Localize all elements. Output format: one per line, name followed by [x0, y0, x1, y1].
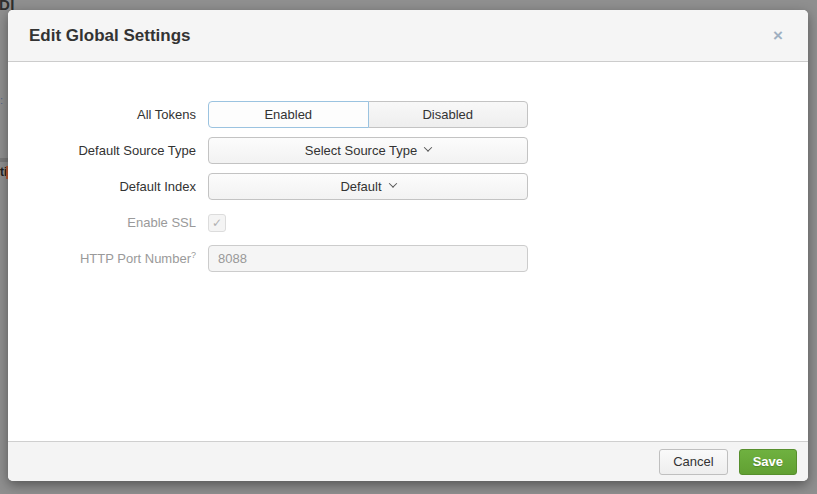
default-source-type-dropdown[interactable]: Select Source Type — [208, 137, 528, 164]
all-tokens-disabled-button[interactable]: Disabled — [368, 101, 529, 128]
default-index-row: Default Index Default — [8, 173, 808, 200]
close-icon[interactable]: × — [769, 25, 787, 46]
http-port-input — [208, 245, 528, 272]
chevron-down-icon — [388, 179, 396, 187]
default-source-type-label: Default Source Type — [8, 143, 196, 158]
cancel-button[interactable]: Cancel — [659, 449, 727, 475]
default-source-type-row: Default Source Type Select Source Type — [8, 137, 808, 164]
all-tokens-toggle: Enabled Disabled — [208, 101, 528, 128]
all-tokens-row: All Tokens Enabled Disabled — [8, 101, 808, 128]
all-tokens-enabled-button[interactable]: Enabled — [208, 101, 369, 128]
modal-body: All Tokens Enabled Disabled Default Sour… — [8, 62, 808, 272]
modal-header: Edit Global Settings × — [8, 10, 808, 62]
http-port-label-text: HTTP Port Number — [80, 252, 191, 267]
http-port-label: HTTP Port Number? — [8, 250, 196, 266]
http-port-row: HTTP Port Number? — [8, 245, 808, 272]
default-index-value: Default — [340, 179, 381, 194]
edit-global-settings-modal: Edit Global Settings × All Tokens Enable… — [8, 10, 808, 481]
screen: DI : ti Edit Global Settings × All Token… — [0, 0, 817, 494]
enable-ssl-row: Enable SSL ✓ — [8, 209, 808, 236]
modal-footer: Cancel Save — [8, 441, 808, 481]
default-source-type-value: Select Source Type — [305, 143, 418, 158]
check-icon: ✓ — [212, 217, 222, 229]
save-button[interactable]: Save — [739, 449, 797, 475]
background-divider-fragment — [0, 158, 8, 162]
background-text-fragment: : — [0, 94, 3, 106]
all-tokens-label: All Tokens — [8, 107, 196, 122]
help-marker: ? — [191, 250, 196, 260]
modal-title: Edit Global Settings — [29, 26, 191, 46]
default-index-dropdown[interactable]: Default — [208, 173, 528, 200]
chevron-down-icon — [424, 143, 432, 151]
enable-ssl-checkbox: ✓ — [208, 214, 226, 232]
enable-ssl-label: Enable SSL — [8, 215, 196, 230]
default-index-label: Default Index — [8, 179, 196, 194]
